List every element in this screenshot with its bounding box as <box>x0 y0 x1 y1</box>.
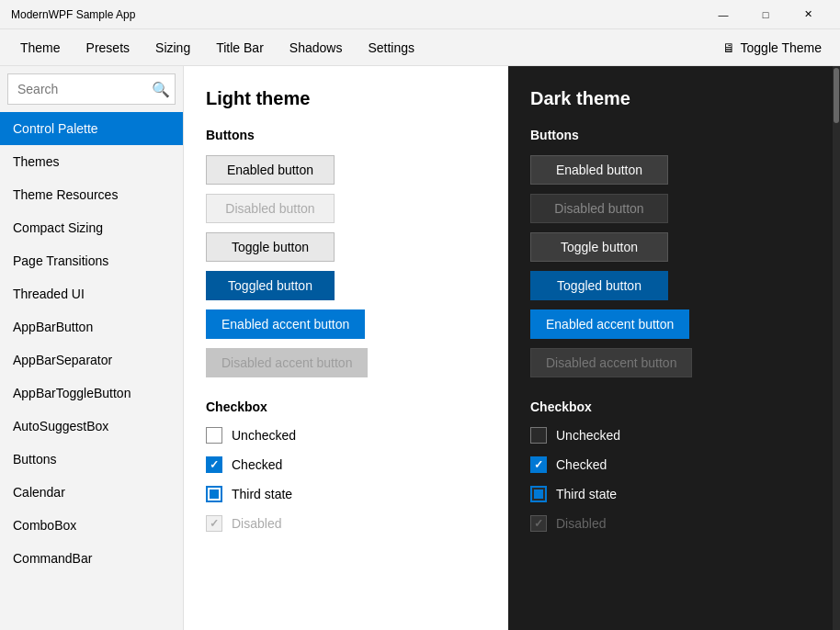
window-controls: — □ ✕ <box>702 0 829 29</box>
content-area: Light theme Buttons Enabled button Disab… <box>184 66 840 630</box>
light-disabled-checkbox <box>206 515 222 532</box>
light-third-state-label: Third state <box>232 487 292 501</box>
light-toggle-button[interactable]: Toggle button <box>206 232 335 262</box>
dark-theme-title: Dark theme <box>530 88 811 109</box>
sidebar-item-theme-resources[interactable]: Theme Resources <box>0 178 183 211</box>
light-checkbox-title: Checkbox <box>206 399 486 414</box>
sidebar-item-combobox[interactable]: ComboBox <box>0 509 183 542</box>
dark-disabled-label: Disabled <box>556 516 606 531</box>
sidebar: 🔍 Control Palette Themes Theme Resources… <box>0 66 184 630</box>
light-disabled-btn-row: Disabled button <box>206 194 486 223</box>
theme-toggle-icon: 🖥 <box>722 40 735 55</box>
close-button[interactable]: ✕ <box>787 0 829 29</box>
dark-unchecked-label: Unchecked <box>556 428 620 443</box>
dark-toggle-button[interactable]: Toggle button <box>530 232 668 262</box>
dark-buttons-title: Buttons <box>530 128 811 142</box>
light-checked-row: Checked <box>206 456 486 473</box>
dark-unchecked-checkbox[interactable] <box>530 427 547 444</box>
scrollbar-thumb[interactable] <box>834 68 839 123</box>
dark-checked-checkbox[interactable] <box>530 456 547 473</box>
dark-accent-disabled-btn-row: Disabled accent button <box>530 348 811 377</box>
dark-unchecked-row: Unchecked <box>530 427 811 444</box>
light-unchecked-checkbox[interactable] <box>206 427 222 444</box>
sidebar-list: Control Palette Themes Theme Resources C… <box>0 112 183 630</box>
dark-checkbox-title: Checkbox <box>530 399 811 414</box>
light-disabled-button: Disabled button <box>206 194 335 223</box>
light-checkbox-section: Checkbox Unchecked Checked Third state D… <box>206 399 486 532</box>
dark-toggled-button[interactable]: Toggled button <box>530 271 668 300</box>
light-enabled-btn-row: Enabled button <box>206 155 486 185</box>
main-layout: 🔍 Control Palette Themes Theme Resources… <box>0 66 840 630</box>
dark-enabled-btn-row: Enabled button <box>530 155 811 185</box>
dark-buttons-section: Buttons Enabled button Disabled button T… <box>530 128 811 377</box>
light-disabled-row: Disabled <box>206 515 486 532</box>
search-box: 🔍 <box>7 73 176 105</box>
light-toggled-btn-row: Toggled button <box>206 271 486 300</box>
dark-accent-disabled-button: Disabled accent button <box>530 348 692 377</box>
sidebar-item-appbarseparator[interactable]: AppBarSeparator <box>0 343 183 377</box>
light-theme-title: Light theme <box>206 88 486 109</box>
light-accent-disabled-btn-row: Disabled accent button <box>206 348 486 377</box>
sidebar-item-buttons[interactable]: Buttons <box>0 443 183 476</box>
sidebar-item-commandbar[interactable]: CommandBar <box>0 542 183 575</box>
dark-disabled-btn-row: Disabled button <box>530 194 811 223</box>
dark-theme-panel: Dark theme Buttons Enabled button Disabl… <box>508 66 833 630</box>
light-accent-enabled-button[interactable]: Enabled accent button <box>206 309 365 339</box>
light-checked-checkbox[interactable] <box>206 456 222 473</box>
dark-accent-enabled-button[interactable]: Enabled accent button <box>530 309 689 339</box>
light-enabled-button[interactable]: Enabled button <box>206 155 335 185</box>
sidebar-item-calendar[interactable]: Calendar <box>0 476 183 509</box>
dark-accent-enabled-btn-row: Enabled accent button <box>530 309 811 339</box>
right-scrollbar[interactable] <box>833 66 840 630</box>
sidebar-item-compact-sizing[interactable]: Compact Sizing <box>0 211 183 244</box>
sidebar-item-threaded-ui[interactable]: Threaded UI <box>0 277 183 310</box>
dark-toggle-btn-row: Toggle button <box>530 232 811 262</box>
sidebar-item-control-palette[interactable]: Control Palette <box>0 112 183 145</box>
dark-disabled-button: Disabled button <box>530 194 668 223</box>
light-buttons-section: Buttons Enabled button Disabled button T… <box>206 128 486 377</box>
light-accent-disabled-button: Disabled accent button <box>206 348 368 377</box>
menu-bar: Theme Presets Sizing Title Bar Shadows S… <box>0 29 840 66</box>
sidebar-item-autosuggestbox[interactable]: AutoSuggestBox <box>0 410 183 443</box>
sidebar-item-themes[interactable]: Themes <box>0 145 183 178</box>
dark-checked-row: Checked <box>530 456 811 473</box>
menu-items: Theme Presets Sizing Title Bar Shadows S… <box>7 33 427 62</box>
dark-toggled-btn-row: Toggled button <box>530 271 811 300</box>
light-buttons-title: Buttons <box>206 128 486 142</box>
light-third-state-row: Third state <box>206 486 486 502</box>
light-checked-label: Checked <box>232 457 282 472</box>
dark-disabled-checkbox <box>530 515 547 532</box>
sidebar-item-page-transitions[interactable]: Page Transitions <box>0 244 183 277</box>
light-theme-panel: Light theme Buttons Enabled button Disab… <box>184 66 508 630</box>
menu-presets[interactable]: Presets <box>74 33 142 62</box>
light-unchecked-label: Unchecked <box>232 428 296 443</box>
maximize-button[interactable]: □ <box>744 0 787 29</box>
dark-checkbox-section: Checkbox Unchecked Checked Third state D… <box>530 399 811 532</box>
light-unchecked-row: Unchecked <box>206 427 486 444</box>
dark-third-state-checkbox[interactable] <box>530 486 547 502</box>
minimize-button[interactable]: — <box>702 0 744 29</box>
light-disabled-label: Disabled <box>232 516 281 531</box>
dark-third-state-row: Third state <box>530 486 811 502</box>
light-toggle-btn-row: Toggle button <box>206 232 486 262</box>
search-icon[interactable]: 🔍 <box>152 81 170 98</box>
menu-shadows[interactable]: Shadows <box>277 33 356 62</box>
dark-third-state-label: Third state <box>556 487 617 501</box>
light-accent-enabled-btn-row: Enabled accent button <box>206 309 486 339</box>
toggle-theme-label: Toggle Theme <box>741 40 822 55</box>
dark-enabled-button[interactable]: Enabled button <box>530 155 668 185</box>
search-input[interactable] <box>7 73 176 105</box>
sidebar-item-appbartogglebutton[interactable]: AppBarToggleButton <box>0 377 183 410</box>
sidebar-item-appbarbutton[interactable]: AppBarButton <box>0 310 183 343</box>
menu-theme[interactable]: Theme <box>7 33 74 62</box>
menu-settings[interactable]: Settings <box>355 33 427 62</box>
menu-sizing[interactable]: Sizing <box>142 33 203 62</box>
light-third-state-checkbox[interactable] <box>206 486 222 502</box>
dark-disabled-row: Disabled <box>530 515 811 532</box>
dark-checked-label: Checked <box>556 457 607 472</box>
light-toggled-button[interactable]: Toggled button <box>206 271 335 300</box>
title-bar: ModernWPF Sample App — □ ✕ <box>0 0 840 29</box>
toggle-theme-button[interactable]: 🖥 Toggle Theme <box>711 35 833 61</box>
app-title: ModernWPF Sample App <box>11 8 135 21</box>
menu-titlebar[interactable]: Title Bar <box>203 33 277 62</box>
